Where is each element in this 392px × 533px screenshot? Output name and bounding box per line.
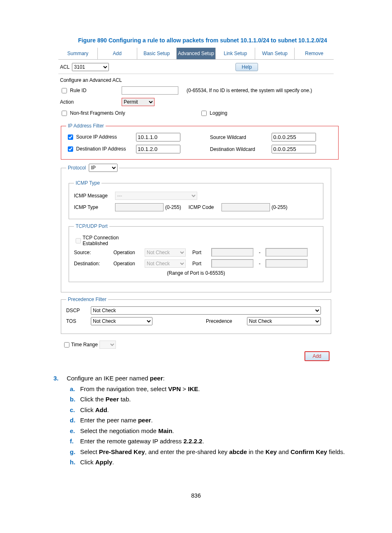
source-operation-select: Not Check [145,248,186,257]
source-wildcard-input[interactable] [272,133,316,141]
icmp-code-input [221,203,270,211]
source-ip-checkbox[interactable] [68,134,73,140]
dest-port-dash: - [259,261,263,266]
step-text-b: peer [150,375,163,382]
protocol-legend: Protocol [68,165,86,171]
icmp-code-hint: (0-255) [272,204,288,210]
action-label: Action [60,99,122,105]
icmp-code-label: ICMP Code [189,204,221,210]
source-port-label: Source: [74,250,111,255]
tab-summary[interactable]: Summary [58,48,98,59]
figure-caption: Figure 890 Configuring a rule to allow p… [37,37,355,44]
source-port-word: Port [192,250,209,255]
tcp-established-checkbox [76,238,81,243]
tcp-established-label: TCP Connection Established [83,235,132,246]
step-number: 3. [53,373,65,384]
dscp-label: DSCP [66,308,87,313]
dest-wildcard-input[interactable] [272,145,316,153]
dest-port2-input [265,259,308,268]
tab-add[interactable]: Add [98,48,137,59]
source-ip-label: Source IP Address [76,134,117,140]
time-range-checkbox[interactable] [64,342,69,348]
acl-label: ACL [60,64,69,70]
tab-bar: Summary Add Basic Setup Advanced Setup L… [58,48,334,60]
dest-operation-select: Not Check [145,260,186,268]
dest-port-label: Destination: [74,261,111,266]
sub-letter: f. [70,436,80,447]
rule-id-checkbox[interactable] [62,88,67,93]
action-select[interactable]: Permit [122,98,154,106]
sub-letter: e. [70,426,80,436]
sub-letter: a. [70,384,80,394]
source-port-dash: - [259,250,263,255]
operation-label: Operation [113,250,142,255]
page-number: 836 [37,492,355,499]
sub-letter: c. [70,405,80,415]
source-port2-input [265,248,308,257]
precedence-filter-fieldset: Precedence Filter DSCP Not Check TOS Not… [61,297,331,334]
step-text-a: Configure an IKE peer named [67,375,150,382]
help-button[interactable]: Help [235,63,258,71]
protocol-fieldset: Protocol IP ICMP Type ICMP Message --- I… [61,164,331,292]
step-text-c: : [163,375,164,382]
dest-ip-label: Destination IP Address [76,146,126,152]
icmp-legend: ICMP Type [74,180,101,186]
sub-letter: h. [70,457,80,468]
dscp-select[interactable]: Not Check [91,306,321,315]
dest-ip-checkbox[interactable] [68,146,73,152]
icmp-type-hint: (0-255) [165,204,181,210]
ip-filter-legend: IP Address Filter [66,123,106,129]
dest-wildcard-label: Destination Wildcard [210,146,272,152]
add-button[interactable]: Add [304,351,330,361]
icmp-type-label: ICMP Type [74,204,115,210]
tab-advanced-setup[interactable]: Advanced Setup [177,48,216,59]
tcp-udp-port-fieldset: TCP/UDP Port TCP Connection Established … [69,223,323,282]
time-range-select [99,341,116,349]
tab-remove[interactable]: Remove [295,48,334,59]
acl-select[interactable]: 3101 [72,63,109,71]
precedence-label: Precedence [206,318,243,324]
sub-letter: g. [70,447,80,457]
protocol-select[interactable]: IP [89,164,118,172]
time-range-label: Time Range [71,342,98,348]
instructions: 3. Configure an IKE peer named peer: a.F… [53,373,355,468]
tcpudp-legend: TCP/UDP Port [74,223,109,229]
source-port1-input [211,248,254,257]
icmp-message-label: ICMP Message [74,193,115,199]
sub-letter: b. [70,394,80,405]
rule-id-input[interactable] [122,86,178,95]
icmp-type-fieldset: ICMP Type ICMP Message --- ICMP Type (0-… [69,180,323,219]
logging-label: Logging [210,110,227,116]
tos-select[interactable]: Not Check [91,317,152,325]
icmp-message-select: --- [115,192,197,200]
dest-port1-input [211,259,254,268]
precedence-legend: Precedence Filter [66,297,108,302]
dest-port-word: Port [192,261,209,266]
source-ip-input[interactable] [136,133,180,141]
source-wildcard-label: Source Wildcard [210,134,272,140]
nonfirst-checkbox[interactable] [62,111,67,116]
logging-checkbox[interactable] [201,111,207,116]
dest-ip-input[interactable] [136,145,180,153]
precedence-select[interactable]: Not Check [247,317,321,325]
rule-id-hint: (0-65534, If no ID is entered, the syste… [187,88,312,93]
icmp-type-input [115,203,164,211]
sub-letter: d. [70,415,80,426]
nonfirst-label: Non-first Fragments Only [70,110,125,116]
port-range-hint: (Range of Port is 0-65535) [74,270,318,276]
screenshot-panel: Summary Add Basic Setup Advanced Setup L… [58,48,334,363]
ip-address-filter-fieldset: IP Address Filter Source IP Address Sour… [61,123,339,160]
tab-wlan-setup[interactable]: Wlan Setup [255,48,295,59]
rule-id-label: Rule ID [70,87,86,93]
tos-label: TOS [66,318,87,324]
tab-basic-setup[interactable]: Basic Setup [137,48,177,59]
configure-title: Configure an Advanced ACL [60,77,122,83]
tab-link-setup[interactable]: Link Setup [216,48,255,59]
operation-label-2: Operation [113,261,142,266]
